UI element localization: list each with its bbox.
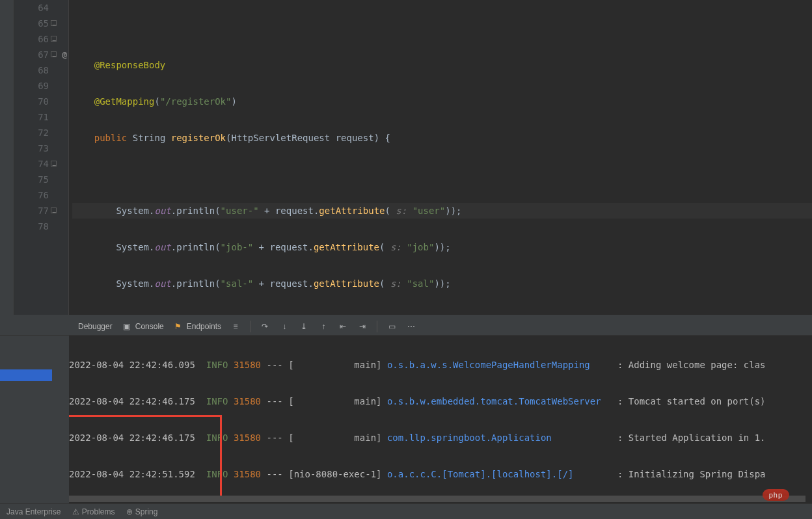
code-text: + request.	[259, 206, 319, 216]
line-number: 72	[14, 125, 49, 140]
type: HttpServletRequest	[231, 133, 330, 143]
console-body: 2022-08-04 22:42:46.095 INFO 31580 --- […	[0, 336, 812, 503]
line-number: 78	[14, 219, 49, 234]
status-spring[interactable]: ⊛ Spring	[126, 507, 157, 516]
line-number: 69	[14, 78, 49, 94]
step-out-icon[interactable]: ↑	[318, 321, 329, 332]
run-to-cursor-icon[interactable]: ⇥	[357, 321, 368, 332]
param-hint: s:	[385, 242, 407, 252]
code-editor[interactable]: @ResponseBody @GetMapping("/registerOk")…	[69, 0, 812, 315]
code-text: System.	[116, 278, 154, 289]
param: request	[336, 133, 374, 143]
fold-icon[interactable]	[51, 51, 57, 57]
drop-frame-icon[interactable]: ⇤	[338, 321, 348, 332]
editor-area: 64 65 66 67@ 68 69 70 71 72 73 74 75 76 …	[14, 0, 812, 315]
debug-toolbar: Debugger ▣ Console ⚑ Endpoints ≡ ↷ ↓ ⤓ ↑…	[0, 317, 812, 336]
log-line: 2022-08-04 22:42:46.095 INFO 31580 --- […	[69, 357, 812, 373]
tab-label: Console	[135, 322, 164, 331]
separator	[250, 321, 250, 332]
console-output[interactable]: 2022-08-04 22:42:46.095 INFO 31580 --- […	[69, 336, 812, 503]
string-literal: "user-"	[221, 206, 259, 216]
step-over-icon[interactable]: ↷	[260, 321, 270, 332]
log-line: 2022-08-04 22:42:46.175 INFO 31580 --- […	[69, 393, 812, 409]
list-icon[interactable]: ≡	[230, 321, 241, 332]
watermark-badge: php	[763, 489, 789, 501]
main-area: 64 65 66 67@ 68 69 70 71 72 73 74 75 76 …	[0, 0, 812, 315]
line-number: 66	[14, 31, 49, 47]
ide-root: 64 65 66 67@ 68 69 70 71 72 73 74 75 76 …	[0, 0, 812, 519]
at-icon: @	[58, 47, 67, 56]
fold-icon[interactable]	[51, 207, 57, 213]
paren: ));	[434, 242, 450, 252]
code-text: .println(	[171, 278, 221, 289]
param-hint: s:	[385, 278, 407, 289]
line-number: 76	[14, 187, 49, 203]
tab-endpoints[interactable]: ⚑ Endpoints	[173, 321, 221, 332]
fold-icon[interactable]	[51, 161, 57, 166]
line-number: 70	[14, 94, 49, 109]
string-literal: "job-"	[221, 242, 254, 252]
tab-debugger[interactable]: Debugger	[78, 322, 113, 331]
line-number: 64	[14, 0, 49, 16]
field: out	[154, 206, 170, 216]
log-line: 2022-08-04 22:42:51.593 INFO 31580 --- […	[69, 503, 812, 503]
selection-marker	[0, 369, 52, 381]
code-text: System.	[116, 206, 154, 216]
fold-icon[interactable]	[51, 20, 57, 26]
string-literal: "user"	[413, 206, 446, 216]
paren: (	[379, 242, 385, 252]
method-call: getAttribute	[319, 206, 385, 216]
tab-label: Endpoints	[187, 322, 221, 331]
console-icon: ▣	[122, 321, 132, 332]
highlight-annotation	[69, 415, 222, 498]
editor-gutter[interactable]: 64 65 66 67@ 68 69 70 71 72 73 74 75 76 …	[14, 0, 69, 315]
line-number: 71	[14, 109, 49, 125]
code-text: + request.	[253, 242, 314, 252]
console-gutter[interactable]	[0, 336, 69, 503]
line-number: 73	[14, 140, 49, 156]
string-literal: "sal-"	[221, 278, 254, 289]
param-hint: s:	[390, 206, 413, 216]
line-number: 65	[14, 16, 49, 31]
method-call: getAttribute	[314, 242, 379, 252]
status-bar: Java Enterprise ⚠ Problems ⊛ Spring	[0, 503, 812, 519]
force-step-into-icon[interactable]: ⤓	[299, 321, 309, 332]
line-number: 74	[14, 156, 49, 172]
string-literal: "sal"	[407, 278, 434, 289]
string-literal: "/registerOk"	[160, 96, 232, 107]
line-number: 75	[14, 172, 49, 187]
fold-icon[interactable]	[51, 36, 57, 42]
status-java-enterprise[interactable]: Java Enterprise	[7, 507, 61, 516]
endpoints-icon: ⚑	[173, 321, 183, 332]
log-line: 2022-08-04 22:42:51.592 INFO 31580 --- […	[69, 466, 812, 482]
code-text: System.	[116, 242, 154, 252]
status-problems[interactable]: ⚠ Problems	[72, 507, 115, 516]
annotation: @GetMapping	[94, 96, 155, 107]
paren: (	[154, 96, 159, 107]
paren: (	[385, 206, 390, 216]
paren: (	[379, 278, 385, 289]
code-text: + request.	[253, 278, 314, 289]
settings-icon[interactable]: ⋯	[406, 321, 416, 332]
method-call: getAttribute	[314, 278, 379, 289]
code-text: .println(	[171, 242, 221, 252]
log-line: 2022-08-04 22:42:46.175 INFO 31580 --- […	[69, 430, 812, 446]
evaluate-icon[interactable]: ▭	[386, 321, 397, 332]
step-into-icon[interactable]: ↓	[279, 321, 290, 332]
line-number: 77	[14, 203, 49, 219]
annotation: @ResponseBody	[94, 60, 166, 70]
paren: ));	[445, 206, 461, 216]
horizontal-scrollbar[interactable]	[69, 496, 805, 502]
keyword: public	[94, 133, 128, 143]
code-text: .println(	[171, 206, 221, 216]
paren: ) {	[374, 133, 390, 143]
line-number: 67@	[14, 47, 49, 62]
line-number: 68	[14, 62, 49, 78]
type: String	[133, 133, 166, 143]
field: out	[154, 242, 170, 252]
paren: )	[231, 96, 236, 107]
paren: ));	[434, 278, 450, 289]
left-tool-strip[interactable]	[0, 0, 14, 315]
debug-panel: Debugger ▣ Console ⚑ Endpoints ≡ ↷ ↓ ⤓ ↑…	[0, 315, 812, 503]
tab-console[interactable]: ▣ Console	[122, 321, 164, 332]
